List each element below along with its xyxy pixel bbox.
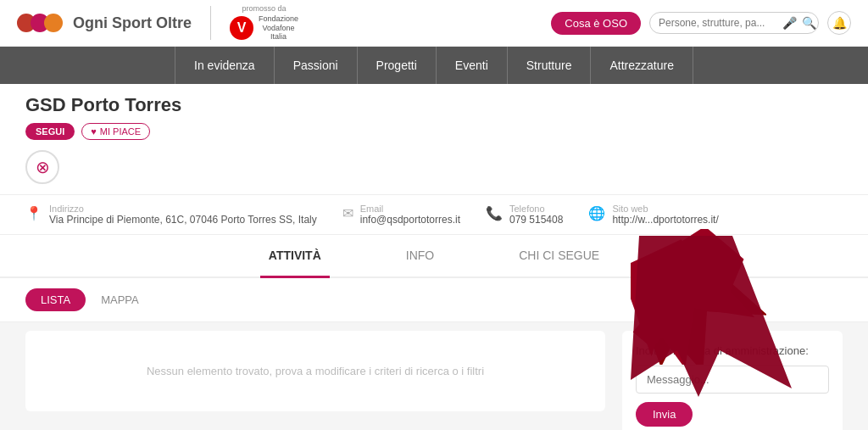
mi-piace-button[interactable]: ♥ MI PIACE xyxy=(81,123,150,140)
phone-label: Telefono xyxy=(509,204,563,214)
phone-value: 079 515408 xyxy=(509,214,563,226)
search-input[interactable] xyxy=(659,17,777,29)
web-icon: 🌐 xyxy=(588,205,605,221)
address-label: Indirizzo xyxy=(49,204,317,214)
search-bar: 🎤 🔍 xyxy=(649,12,819,34)
logo-text: Ogni Sport Oltre xyxy=(73,14,192,32)
vodafone-area: promosso da V Fondazione Vodafone Italia xyxy=(230,4,298,42)
right-panel: Inoltra richiesta di amministrazione: In… xyxy=(622,322,843,430)
admin-card: Inoltra richiesta di amministrazione: In… xyxy=(622,331,843,430)
logo-circles xyxy=(17,14,63,32)
contact-phone: 📞 Telefono 079 515408 xyxy=(486,204,563,226)
cosa-oso-button[interactable]: Cosa è OSO xyxy=(551,12,641,35)
location-icon: 📍 xyxy=(25,205,42,221)
phone-icon: 📞 xyxy=(486,205,503,221)
promo-label: promosso da xyxy=(242,4,287,13)
vodafone-logo: V xyxy=(230,16,253,40)
contact-email: ✉ Email info@qsdportotorres.it xyxy=(342,204,460,226)
contact-info: 📍 Indirizzo Via Principe di Piemonte, 61… xyxy=(0,194,868,235)
nav-item-passioni[interactable]: Passioni xyxy=(275,47,358,84)
email-icon: ✉ xyxy=(342,205,353,221)
header-right: Cosa è OSO 🎤 🔍 🔔 xyxy=(551,11,851,35)
nav-item-progetti[interactable]: Progetti xyxy=(358,47,437,84)
message-input[interactable] xyxy=(636,366,829,394)
nav-item-inevidenza[interactable]: In evidenza xyxy=(175,47,275,84)
tab-attivita[interactable]: ATTIVITÀ xyxy=(260,235,330,278)
notification-bell-icon[interactable]: 🔔 xyxy=(827,11,851,35)
logo-divider xyxy=(210,6,211,40)
admin-request-label: Inoltra richiesta di amministrazione: xyxy=(636,344,829,357)
club-name: GSD Porto Torres xyxy=(25,94,843,116)
address-value: Via Principe di Piemonte, 61C, 07046 Por… xyxy=(49,214,317,226)
main-layout: Nessun elemento trovato, prova a modific… xyxy=(0,322,868,430)
sub-tab-mappa[interactable]: MAPPA xyxy=(86,288,154,311)
mic-icon: 🎤 xyxy=(782,16,797,30)
web-label: Sito web xyxy=(612,204,718,214)
web-value[interactable]: http://w...dportotorres.it/ xyxy=(612,214,718,226)
nav-item-strutture[interactable]: Strutture xyxy=(508,47,592,84)
contact-address: 📍 Indirizzo Via Principe di Piemonte, 61… xyxy=(25,204,317,226)
fondazione-text: Fondazione Vodafone Italia xyxy=(259,14,298,42)
navigation-bar: In evidenza Passioni Progetti Eventi Str… xyxy=(0,47,868,84)
email-value: info@qsdportotorres.it xyxy=(360,214,460,226)
left-panel: Nessun elemento trovato, prova a modific… xyxy=(25,322,605,430)
sub-tabs: LISTA MAPPA xyxy=(0,278,868,322)
contact-web: 🌐 Sito web http://w...dportotorres.it/ xyxy=(588,204,718,226)
header: Ogni Sport Oltre promosso da V Fondazion… xyxy=(0,0,868,47)
heart-icon: ♥ xyxy=(91,126,97,137)
empty-message: Nessun elemento trovato, prova a modific… xyxy=(25,331,605,411)
page-content: GSD Porto Torres SEGUI ♥ MI PIACE ⊗ 📍 In… xyxy=(0,84,868,430)
circle-orange-icon xyxy=(44,14,63,32)
tab-chi-ci-segue[interactable]: CHI CI SEGUE xyxy=(510,235,608,278)
tab-info[interactable]: INFO xyxy=(398,235,442,278)
segui-button[interactable]: SEGUI xyxy=(25,123,75,140)
sub-tab-lista[interactable]: LISTA xyxy=(25,288,86,311)
club-actions: SEGUI ♥ MI PIACE xyxy=(25,123,843,140)
email-label: Email xyxy=(360,204,460,214)
mi-piace-label: MI PIACE xyxy=(100,126,141,137)
nav-item-eventi[interactable]: Eventi xyxy=(437,47,508,84)
logo-area: Ogni Sport Oltre promosso da V Fondazion… xyxy=(17,4,298,42)
tabs-bar: ATTIVITÀ INFO CHI CI SEGUE xyxy=(0,235,868,278)
search-icon[interactable]: 🔍 xyxy=(802,16,816,30)
sport-basketball-icon: ⊗ xyxy=(25,150,59,184)
logo-oso: Ogni Sport Oltre xyxy=(17,14,192,32)
invia-button[interactable]: Invia xyxy=(636,402,693,427)
nav-item-attrezzature[interactable]: Attrezzature xyxy=(591,47,693,84)
club-header: GSD Porto Torres SEGUI ♥ MI PIACE ⊗ xyxy=(0,84,868,184)
